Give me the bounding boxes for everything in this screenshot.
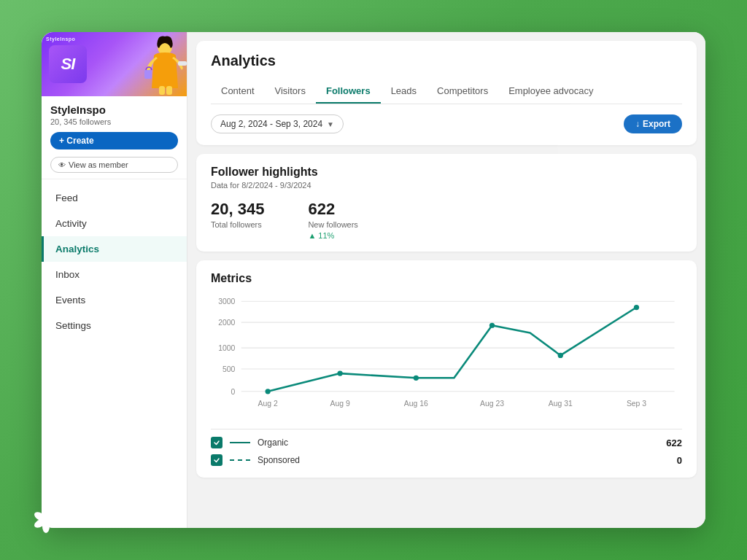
- date-range-filter[interactable]: Aug 2, 2024 - Sep 3, 2024 ▼: [211, 114, 344, 133]
- tab-competitors[interactable]: Competitors: [427, 79, 498, 104]
- eye-icon: 👁: [58, 161, 66, 169]
- followers-change: ▲ 11%: [308, 231, 357, 240]
- svg-text:Aug 31: Aug 31: [549, 400, 573, 408]
- sponsored-label: Sponsored: [258, 455, 670, 465]
- create-button[interactable]: + Create: [50, 132, 178, 149]
- chevron-down-icon: ▼: [327, 120, 334, 128]
- new-followers-label: New followers: [308, 220, 357, 229]
- app-logo: [31, 505, 61, 538]
- total-followers-value: 20, 345: [211, 200, 264, 219]
- organic-label: Organic: [258, 438, 659, 448]
- legend-organic: Organic 622: [211, 437, 682, 448]
- sponsored-line-dashed: [230, 459, 250, 461]
- tab-followers[interactable]: Followers: [316, 79, 381, 104]
- organic-checkbox[interactable]: [211, 437, 222, 448]
- svg-point-24: [414, 376, 419, 381]
- svg-text:Aug 23: Aug 23: [480, 400, 504, 408]
- svg-point-26: [558, 353, 563, 358]
- svg-text:Aug 2: Aug 2: [258, 400, 278, 408]
- svg-text:500: 500: [222, 365, 236, 373]
- main-content: Analytics Content Visitors Followers Lea…: [187, 32, 705, 528]
- filter-row: Aug 2, 2024 - Sep 3, 2024 ▼ ↓ Export: [211, 114, 682, 133]
- profile-logo: SI: [49, 45, 87, 83]
- svg-rect-4: [159, 86, 165, 95]
- metrics-card: Metrics 3000 2000 1000 500 0: [196, 260, 697, 478]
- tab-employee-advocacy[interactable]: Employee advocacy: [498, 79, 603, 104]
- export-button[interactable]: ↓ Export: [624, 114, 682, 133]
- view-as-member-button[interactable]: 👁 View as member: [50, 157, 178, 173]
- sidebar-item-activity[interactable]: Activity: [42, 211, 187, 236]
- chart-legend: Organic 622 Sponsored 0: [211, 429, 682, 466]
- svg-text:2000: 2000: [218, 319, 235, 327]
- brand-tag: StyleInspo: [46, 36, 75, 42]
- svg-text:3000: 3000: [218, 298, 235, 306]
- svg-point-22: [265, 389, 270, 394]
- highlights-stats: 20, 345 Total followers 622 New follower…: [211, 200, 682, 240]
- sidebar-profile-info: StyleInspo 20, 345 followers + Create 👁 …: [42, 96, 187, 179]
- organic-line-solid: [230, 442, 250, 443]
- chart-container: 3000 2000 1000 500 0 Aug 2 Aug 9 Aug 16 …: [211, 294, 682, 421]
- organic-value: 622: [666, 438, 682, 448]
- trend-up-icon: ▲: [308, 231, 316, 240]
- svg-text:0: 0: [231, 388, 236, 396]
- sponsored-value: 0: [677, 455, 682, 466]
- download-icon: ↓: [635, 119, 640, 129]
- logo-svg: [31, 505, 61, 535]
- sponsored-checkbox[interactable]: [211, 454, 222, 466]
- svg-text:Aug 16: Aug 16: [404, 400, 428, 408]
- sidebar-item-feed[interactable]: Feed: [42, 185, 187, 211]
- sidebar: StyleInspo SI: [42, 32, 187, 528]
- profile-name: StyleInspo: [50, 104, 178, 116]
- svg-rect-1: [178, 61, 187, 66]
- svg-text:Sep 3: Sep 3: [627, 400, 646, 408]
- highlights-date: Data for 8/2/2024 - 9/3/2024: [211, 181, 682, 190]
- profile-banner: StyleInspo SI: [42, 32, 187, 96]
- svg-point-23: [337, 371, 342, 376]
- metrics-title: Metrics: [211, 272, 682, 285]
- tab-leads[interactable]: Leads: [381, 79, 427, 104]
- follower-highlights-card: Follower highlights Data for 8/2/2024 - …: [196, 154, 697, 252]
- sidebar-item-settings[interactable]: Settings: [42, 313, 187, 338]
- svg-point-27: [634, 305, 639, 310]
- highlights-title: Follower highlights: [211, 166, 682, 179]
- svg-rect-5: [166, 86, 172, 95]
- total-followers-label: Total followers: [211, 220, 264, 229]
- new-followers-value: 622: [308, 200, 357, 219]
- analytics-tabs: Content Visitors Followers Leads Competi…: [211, 79, 682, 104]
- svg-text:Aug 9: Aug 9: [330, 400, 350, 408]
- page-title: Analytics: [211, 52, 682, 69]
- sidebar-item-events[interactable]: Events: [42, 287, 187, 313]
- legend-sponsored: Sponsored 0: [211, 454, 682, 466]
- sidebar-item-analytics[interactable]: Analytics: [42, 236, 187, 262]
- sidebar-profile: StyleInspo SI: [42, 32, 187, 179]
- banner-illustration: [128, 34, 187, 96]
- profile-followers-count: 20, 345 followers: [50, 117, 178, 126]
- sidebar-item-inbox[interactable]: Inbox: [42, 262, 187, 287]
- svg-text:1000: 1000: [218, 344, 235, 352]
- tab-visitors[interactable]: Visitors: [265, 79, 316, 104]
- stat-new-followers: 622 New followers ▲ 11%: [308, 200, 357, 240]
- svg-rect-3: [144, 70, 152, 79]
- sidebar-nav: Feed Activity Analytics Inbox Events Set…: [42, 179, 187, 528]
- stat-total-followers: 20, 345 Total followers: [211, 200, 264, 240]
- metrics-chart: 3000 2000 1000 500 0 Aug 2 Aug 9 Aug 16 …: [211, 294, 682, 421]
- tab-content[interactable]: Content: [211, 79, 265, 104]
- svg-point-25: [489, 323, 495, 328]
- analytics-header-card: Analytics Content Visitors Followers Lea…: [196, 41, 697, 145]
